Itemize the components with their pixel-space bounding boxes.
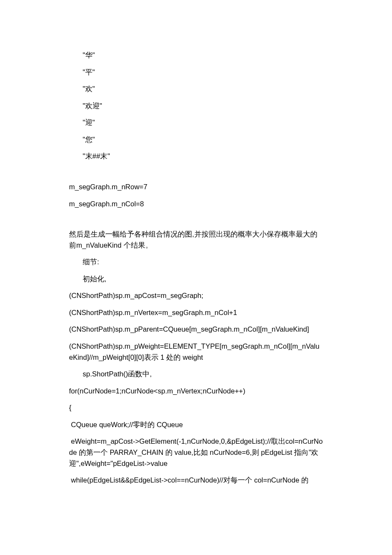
text-line: "末##末"	[69, 148, 323, 165]
text-line: sp.ShortPath()函数中,	[69, 366, 323, 383]
text-line: "华"	[69, 47, 323, 64]
document-page: "华""平""欢""欢迎""迎""您""末##末"m_segGraph.m_nR…	[0, 0, 392, 555]
text-line: eWeight=m_apCost->GetElement(-1,nCurNode…	[69, 433, 323, 472]
text-line: CQueue queWork;//零时的 CQueue	[69, 416, 323, 434]
blank-line	[69, 212, 323, 226]
text-line: "欢迎"	[69, 98, 323, 115]
text-line: "平"	[69, 64, 323, 81]
text-line: {	[69, 399, 323, 416]
text-line: m_segGraph.m_nCol=8	[69, 196, 323, 213]
text-line: (CNShortPath)sp.m_nVertex=m_segGraph.m_n…	[69, 304, 323, 321]
text-line: 然后是生成一幅给予各种组合情况的图,并按照出现的概率大小保存概率最大的前m_nV…	[69, 226, 323, 254]
text-line: 初始化,	[69, 271, 323, 288]
blank-line	[69, 165, 323, 179]
text-line: while(pEdgeList&&pEdgeList->col==nCurNod…	[69, 472, 323, 489]
text-line: m_segGraph.m_nRow=7	[69, 179, 323, 196]
text-line: 细节:	[69, 254, 323, 271]
text-line: (CNShortPath)sp.m_pParent=CQueue[m_segGr…	[69, 321, 323, 338]
text-line: "迎"	[69, 114, 323, 131]
text-line: for(nCurNode=1;nCurNode<sp.m_nVertex;nCu…	[69, 383, 323, 400]
text-line: (CNShortPath)sp.m_pWeight=ELEMENT_TYPE[m…	[69, 338, 323, 366]
text-line: (CNShortPath)sp.m_apCost=m_segGraph;	[69, 287, 323, 304]
text-line: "欢"	[69, 81, 323, 98]
text-line: "您"	[69, 131, 323, 148]
